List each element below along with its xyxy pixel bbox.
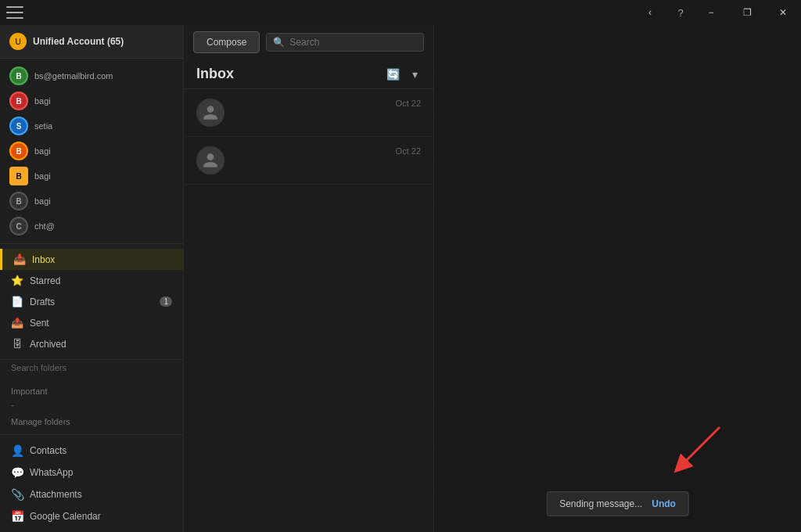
maximize-button[interactable]: ❐: [729, 0, 765, 25]
sidebar-item-google-docs[interactable]: 📝 Google Docs: [0, 527, 183, 532]
search-folders-link[interactable]: Search folders: [0, 360, 183, 379]
avatar-bs: B: [9, 66, 28, 85]
email-avatar-1: [196, 99, 224, 127]
email-date-2: Oct 22: [396, 146, 421, 156]
undo-button[interactable]: Undo: [652, 498, 676, 509]
inbox-title: Inbox: [196, 66, 377, 82]
account-item-cht[interactable]: C cht@: [0, 214, 183, 239]
account-email-setia: setia: [34, 121, 52, 131]
search-bar[interactable]: 🔍: [266, 33, 424, 52]
drafts-icon: 📄: [11, 296, 23, 307]
main-layout: U Unified Account (65) B bs@getmailbird.…: [0, 25, 801, 532]
avatar-setia: S: [9, 117, 28, 135]
folder-item-archived[interactable]: 🗄 Archived: [0, 333, 183, 354]
folder-list: 📥 Inbox ⭐ Starred 📄 Drafts 1 📤 Sent 🗄 Ar…: [0, 244, 183, 360]
account-email-cht: cht@: [34, 221, 55, 231]
account-email-bagi4: bagi: [34, 196, 51, 206]
account-item-bagi4[interactable]: B bagi: [0, 189, 183, 214]
account-email-bagi1: bagi: [34, 96, 51, 106]
search-icon: 🔍: [273, 37, 285, 48]
email-avatar-2: [196, 146, 224, 174]
content-area: Sending message... Undo: [434, 25, 801, 532]
account-email-bagi2: bagi: [34, 146, 51, 156]
compose-button[interactable]: Compose: [193, 31, 260, 53]
sidebar-item-google-calendar[interactable]: 📅 Google Calendar: [0, 505, 183, 527]
help-button[interactable]: ?: [668, 0, 693, 25]
account-item-bagi2[interactable]: B bagi: [0, 138, 183, 164]
back-button[interactable]: ‹: [632, 0, 668, 25]
avatar-bagi2: B: [9, 142, 28, 160]
email-date-1: Oct 22: [396, 99, 421, 108]
folder-item-starred[interactable]: ⭐ Starred: [0, 270, 183, 291]
sidebar-item-contacts[interactable]: 👤 Contacts: [0, 440, 183, 462]
contacts-icon: 👤: [11, 444, 23, 457]
avatar-bagi3: B: [9, 167, 28, 185]
inbox-dropdown-button[interactable]: ▾: [409, 66, 421, 82]
sent-icon: 📤: [11, 317, 23, 329]
google-calendar-icon: 📅: [11, 510, 23, 523]
sidebar: U Unified Account (65) B bs@getmailbird.…: [0, 25, 184, 532]
unified-account-header[interactable]: U Unified Account (65): [0, 25, 183, 59]
account-item-setia[interactable]: S setia: [0, 113, 183, 138]
drafts-badge: 1: [160, 297, 172, 307]
account-item-bagi3[interactable]: B bagi: [0, 164, 183, 189]
minimize-button[interactable]: −: [693, 0, 729, 25]
whatsapp-icon: 💬: [11, 466, 23, 479]
apps-section: 👤 Contacts 💬 WhatsApp 📎 Attachments 📅 Go…: [0, 434, 183, 532]
dot-separator: -: [0, 398, 183, 412]
account-list: B bs@getmailbird.com B bagi S setia B ba…: [0, 59, 183, 244]
background-texture: [434, 25, 801, 532]
account-email-bs: bs@getmailbird.com: [34, 71, 113, 81]
manage-folders-link[interactable]: Manage folders: [0, 412, 183, 431]
folder-label-inbox: Inbox: [32, 254, 55, 265]
whatsapp-label: WhatsApp: [30, 467, 73, 478]
archived-icon: 🗄: [11, 338, 23, 350]
avatar-cht: C: [9, 217, 28, 235]
folder-item-inbox[interactable]: 📥 Inbox: [0, 249, 183, 270]
inbox-header: Inbox 🔄 ▾: [184, 59, 433, 89]
close-button[interactable]: ✕: [765, 0, 801, 25]
sidebar-item-whatsapp[interactable]: 💬 WhatsApp: [0, 462, 183, 483]
avatar-bagi4: B: [9, 192, 28, 210]
sidebar-item-attachments[interactable]: 📎 Attachments: [0, 483, 183, 505]
attachments-label: Attachments: [30, 489, 82, 500]
inbox-toolbar: Compose 🔍: [184, 25, 433, 59]
sending-toast: Sending message... Undo: [546, 491, 689, 516]
folder-label-starred: Starred: [30, 275, 60, 286]
folder-label-archived: Archived: [30, 339, 66, 350]
account-item-bs[interactable]: B bs@getmailbird.com: [0, 63, 183, 88]
sending-message-text: Sending message...: [559, 498, 642, 509]
important-label: Important: [0, 382, 183, 398]
person-icon-2: [202, 152, 219, 169]
attachments-icon: 📎: [11, 488, 23, 501]
account-item-bagi1[interactable]: B bagi: [0, 88, 183, 113]
email-list: Oct 22 Oct 22: [184, 89, 433, 532]
unified-account-icon: U: [9, 33, 27, 50]
email-item-1[interactable]: Oct 22: [184, 89, 433, 137]
folder-label-sent: Sent: [30, 318, 49, 329]
google-calendar-label: Google Calendar: [30, 511, 101, 522]
folder-item-drafts[interactable]: 📄 Drafts 1: [0, 291, 183, 312]
unified-account-name: Unified Account (65): [33, 36, 124, 47]
account-email-bagi3: bagi: [34, 171, 51, 181]
hamburger-menu-button[interactable]: [6, 6, 23, 19]
contacts-label: Contacts: [30, 445, 66, 456]
person-icon-1: [202, 104, 219, 121]
titlebar: ‹ ? − ❐ ✕: [0, 0, 801, 25]
starred-icon: ⭐: [11, 275, 23, 286]
inbox-panel: Compose 🔍 Inbox 🔄 ▾: [184, 25, 434, 532]
inbox-icon: 📥: [13, 253, 26, 265]
refresh-button[interactable]: 🔄: [383, 66, 403, 82]
window-controls: ‹ ? − ❐ ✕: [632, 0, 801, 25]
avatar-bagi1: B: [9, 92, 28, 110]
email-item-2[interactable]: Oct 22: [184, 137, 433, 185]
search-input[interactable]: [289, 37, 417, 48]
folder-item-sent[interactable]: 📤 Sent: [0, 312, 183, 333]
folder-label-drafts: Drafts: [30, 297, 55, 307]
